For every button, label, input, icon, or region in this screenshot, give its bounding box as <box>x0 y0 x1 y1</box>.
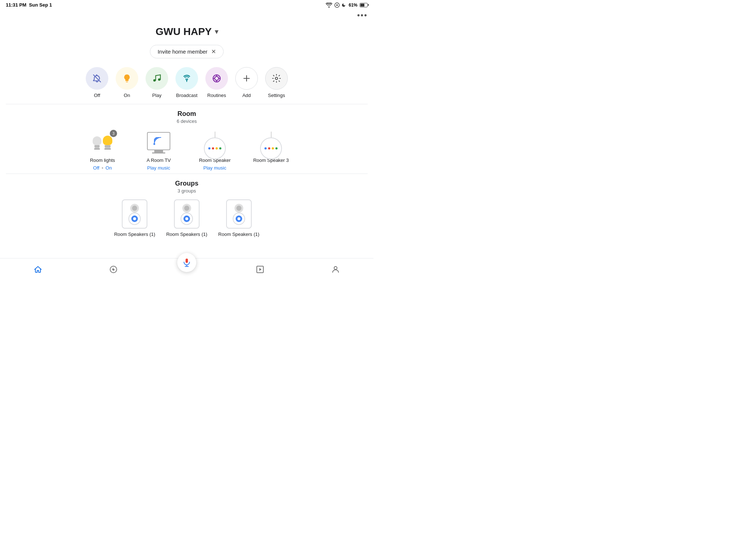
room-section: Room 6 devices 3 <box>0 104 374 174</box>
groups-section-header: Groups 3 groups <box>9 180 365 194</box>
group-speaker-top-3 <box>235 204 243 213</box>
device-grid: 3 Room lights Off <box>9 130 365 171</box>
tv-icon-group <box>147 132 170 153</box>
quick-actions: Off On Play <box>0 64 374 104</box>
action-on[interactable]: On <box>116 67 138 98</box>
speaker-icon-group <box>204 132 226 159</box>
mic-fab[interactable] <box>177 253 196 272</box>
group-speaker-circle-1 <box>128 213 141 225</box>
dot3-green <box>275 147 278 149</box>
groups-subtitle: 3 groups <box>9 188 365 194</box>
action-circle-off <box>86 67 108 90</box>
svg-point-3 <box>158 78 160 81</box>
speaker3-pole <box>271 132 271 137</box>
nav-home[interactable] <box>26 262 50 277</box>
profile-icon <box>331 265 340 274</box>
action-routines-label: Routines <box>207 93 226 98</box>
speaker-icon <box>204 137 226 159</box>
group-grid: Room Speakers (1) Room Speakers (1) <box>9 199 365 237</box>
group-card-3[interactable]: Room Speakers (1) <box>218 199 259 237</box>
dot3-yellow <box>272 147 274 149</box>
action-off[interactable]: Off <box>86 67 108 98</box>
invite-close-icon[interactable]: ✕ <box>211 48 216 55</box>
status-dot: ● <box>101 166 103 170</box>
room-section-header: Room 6 devices <box>9 110 365 124</box>
room-tv-name: A Room TV <box>147 158 171 163</box>
mic-icon <box>182 258 191 267</box>
room-lights-status: Off ● On <box>93 165 112 171</box>
location-icon <box>334 3 340 8</box>
status-bar: 11:31 PM Sun Sep 1 61% <box>0 0 374 9</box>
group-icon-1 <box>122 199 147 229</box>
routines-icon <box>212 74 221 83</box>
cast-icon <box>153 136 165 146</box>
invite-button-label: Invite home member <box>158 48 208 55</box>
group-name-3: Room Speakers (1) <box>218 232 259 237</box>
group-name-1: Room Speakers (1) <box>114 232 155 237</box>
action-play[interactable]: Play <box>146 67 168 98</box>
device-room-lights[interactable]: 3 Room lights Off <box>79 130 126 171</box>
group-card-2[interactable]: Room Speakers (1) <box>166 199 208 237</box>
dot-green <box>219 147 221 149</box>
bulb-on-icon <box>122 74 132 83</box>
action-add[interactable]: Add <box>235 67 258 98</box>
home-dropdown-arrow[interactable]: ▾ <box>215 28 218 36</box>
svg-point-1 <box>336 4 338 5</box>
room-speaker-3-icon-wrap <box>256 130 286 155</box>
group-icon-3 <box>226 199 252 229</box>
room-speaker-icon-wrap <box>200 130 229 155</box>
dot-blue <box>208 147 210 149</box>
room-lights-off[interactable]: Off <box>93 165 99 171</box>
device-room-tv[interactable]: A Room TV Play music <box>135 130 182 171</box>
room-tv-action[interactable]: Play music <box>147 165 170 171</box>
device-room-speaker-3[interactable]: Room Speaker 3 <box>247 130 295 171</box>
home-title[interactable]: GWU HAPY ▾ <box>156 26 218 38</box>
speaker3-dots <box>264 147 278 149</box>
dot-yellow <box>216 147 218 149</box>
action-on-label: On <box>124 93 130 98</box>
action-settings[interactable]: Settings <box>265 67 288 98</box>
room-lights-badge: 3 <box>110 130 117 137</box>
svg-marker-14 <box>259 268 262 271</box>
settings-icon <box>272 74 281 83</box>
group-speaker-circle-2 <box>181 213 193 225</box>
nav-media[interactable] <box>248 262 272 277</box>
speaker-dots <box>208 147 221 149</box>
action-routines[interactable]: Routines <box>205 67 228 98</box>
music-icon <box>152 74 162 83</box>
discover-icon <box>109 265 118 274</box>
action-circle-routines <box>205 67 228 90</box>
invite-section: Invite home member ✕ <box>0 42 374 64</box>
device-room-speaker[interactable]: Room Speaker Play music <box>191 130 239 171</box>
action-broadcast[interactable]: Broadcast <box>175 67 198 98</box>
group-speaker-circle-3 <box>233 213 245 225</box>
status-icons: 61% <box>326 3 368 8</box>
room-lights-icon-wrap: 3 <box>88 130 117 155</box>
group-speaker-center-2 <box>183 215 190 222</box>
speaker3-icon-group <box>260 132 282 159</box>
menu-dots[interactable]: ••• <box>0 9 374 20</box>
invite-button[interactable]: Invite home member ✕ <box>150 45 224 58</box>
wifi-icon <box>326 3 332 8</box>
group-speaker-top-1 <box>130 204 139 213</box>
media-icon <box>256 265 264 274</box>
svg-point-12 <box>113 269 114 270</box>
room-speaker-action[interactable]: Play music <box>204 165 227 171</box>
room-tv-icon-wrap <box>144 130 173 155</box>
svg-rect-16 <box>186 258 188 263</box>
nav-profile[interactable] <box>324 262 347 277</box>
tv-base <box>152 152 165 153</box>
nav-discover[interactable] <box>102 262 125 277</box>
dot3-blue <box>264 147 267 149</box>
groups-section: Groups 3 groups Room Speakers (1) <box>0 174 374 240</box>
battery-percent: 61% <box>349 3 357 8</box>
room-title: Room <box>9 110 365 118</box>
action-off-label: Off <box>94 93 100 98</box>
bell-off-icon <box>92 74 102 83</box>
action-circle-on <box>116 67 138 90</box>
room-lights-on[interactable]: On <box>105 165 112 171</box>
group-card-1[interactable]: Room Speakers (1) <box>114 199 155 237</box>
add-icon <box>242 74 251 83</box>
bulbs-group <box>93 136 112 149</box>
tv-icon <box>147 132 170 150</box>
